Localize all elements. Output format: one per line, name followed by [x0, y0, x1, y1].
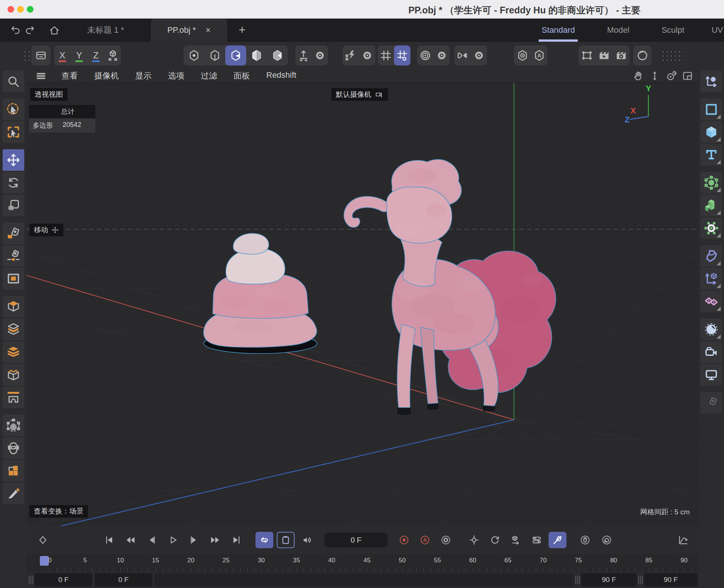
live-selection-button[interactable]	[3, 99, 24, 120]
doc-tab-ppobj[interactable]: PP.obj * ×	[151, 19, 227, 42]
extrude-inner-button[interactable]	[3, 319, 24, 340]
make-editable-button[interactable]	[31, 45, 51, 65]
goto-prev-frame-button[interactable]	[143, 532, 161, 548]
falloff-button[interactable]	[417, 45, 434, 65]
scale-tool-button[interactable]	[3, 195, 24, 216]
knife-tool-button[interactable]	[3, 483, 24, 504]
symmetry-settings-button[interactable]	[471, 45, 487, 65]
deformer-button[interactable]	[701, 217, 722, 239]
edges-mode-button[interactable]	[204, 45, 225, 65]
polygons-mode-button[interactable]	[225, 45, 246, 65]
move-tool-button[interactable]	[3, 149, 24, 171]
perspective-viewport[interactable]: 透视视图 默认摄像机 总计 多边形 20542 移动 查看变换：场景 网格间距 …	[26, 83, 699, 526]
preview-start-field[interactable]: 0 F	[95, 573, 152, 587]
generator-button[interactable]	[701, 172, 722, 194]
search-tool-button[interactable]	[3, 71, 24, 92]
sound-button[interactable]	[298, 532, 316, 548]
goto-prev-key-button[interactable]	[121, 532, 139, 548]
keying-settings-button[interactable]	[437, 532, 455, 548]
viewport-menu-item[interactable]: 过滤	[201, 70, 217, 82]
axis-x-lock-button[interactable]: X	[54, 45, 71, 65]
undo-button[interactable]	[10, 25, 22, 36]
voxel-cubes-button[interactable]	[3, 460, 24, 482]
camera-button[interactable]	[701, 341, 722, 363]
render-view-button[interactable]	[596, 45, 613, 65]
minimize-window-button[interactable]	[17, 6, 24, 13]
bend-deformer-button[interactable]	[701, 245, 722, 267]
viewport-menu-item[interactable]: Redshift	[266, 70, 296, 82]
symmetry-button[interactable]	[454, 45, 471, 65]
range-end-field[interactable]: 90 F	[644, 573, 698, 587]
home-button[interactable]	[48, 25, 60, 36]
range-grip[interactable]	[29, 576, 33, 584]
volume-cubes-button[interactable]	[701, 195, 722, 216]
edit-pen-button[interactable]	[701, 392, 722, 413]
range-start-field[interactable]: 0 F	[35, 573, 92, 587]
cluster-weight-button[interactable]	[3, 415, 24, 436]
rectangle-selection-button[interactable]	[3, 121, 24, 143]
rotate-tool-button[interactable]	[3, 172, 24, 194]
axis-modify-button[interactable]	[295, 45, 312, 65]
timeline-ruler[interactable]: 051015202530354045505560657075808590	[26, 554, 699, 572]
goto-next-key-button[interactable]	[206, 532, 224, 548]
sky-button[interactable]	[701, 319, 722, 340]
viewport-menu-item[interactable]: 查看	[61, 70, 78, 82]
layout-tab-uv[interactable]: UV	[712, 19, 723, 42]
exchange-button[interactable]	[701, 291, 722, 312]
mouse-record-button[interactable]	[576, 532, 594, 548]
snap-settings-button[interactable]	[359, 45, 375, 65]
goto-next-frame-button[interactable]	[185, 532, 203, 548]
model-mode-button[interactable]	[246, 45, 267, 65]
instance-axis-button[interactable]	[701, 268, 722, 290]
extrude-button[interactable]	[3, 296, 24, 317]
axis-z-lock-button[interactable]: Z	[88, 45, 104, 65]
doc-tab-untitled[interactable]: 未标题 1 *	[74, 19, 137, 42]
spline-rectangle-button[interactable]	[701, 99, 722, 120]
track-toggles-button[interactable]	[528, 532, 546, 548]
normals-display-button[interactable]	[514, 45, 531, 65]
split-box-button[interactable]	[3, 364, 24, 386]
weld-button[interactable]	[3, 437, 24, 459]
keyframe-selection-button[interactable]	[465, 532, 483, 548]
points-mode-button[interactable]	[184, 45, 204, 65]
range-scroll-track[interactable]	[155, 573, 574, 587]
close-tab-icon[interactable]: ×	[206, 25, 211, 35]
play-button[interactable]	[164, 532, 182, 548]
new-tab-button[interactable]: +	[235, 23, 249, 36]
render-settings-button[interactable]	[613, 45, 630, 65]
object-axis-mode-button[interactable]	[267, 45, 288, 65]
workplane-button[interactable]	[378, 45, 394, 65]
autokey-record-button[interactable]: A	[416, 532, 434, 548]
autokey-disabled-button[interactable]	[549, 532, 566, 548]
axis-modify-settings-button[interactable]	[312, 45, 328, 65]
rotation-record-button[interactable]	[598, 532, 616, 548]
goto-end-button[interactable]	[228, 532, 245, 548]
loop-playback-button[interactable]	[255, 532, 273, 548]
keyframe-clipboard-button[interactable]	[277, 532, 295, 548]
spline-pen-button[interactable]	[3, 245, 24, 267]
text-primitive-button[interactable]	[701, 144, 722, 166]
coordinate-system-button[interactable]	[104, 45, 121, 65]
camera-swap-icon[interactable]	[375, 90, 384, 99]
close-window-button[interactable]	[7, 6, 14, 13]
render-region-button[interactable]	[578, 45, 596, 65]
annotate-button[interactable]: A	[531, 45, 547, 65]
zoom-view-icon[interactable]	[649, 70, 661, 82]
camera-label-chip[interactable]: 默认摄像机	[331, 88, 388, 101]
record-keyframe-button[interactable]	[34, 532, 52, 548]
redo-button[interactable]	[24, 25, 36, 36]
hamburger-menu-icon[interactable]	[35, 70, 47, 82]
current-frame-field[interactable]: 0 F	[324, 533, 388, 547]
zoom-window-button[interactable]	[27, 6, 34, 13]
stage-button[interactable]	[701, 364, 722, 386]
record-position-button[interactable]	[395, 532, 413, 548]
viewport-menu-item[interactable]: 选项	[168, 70, 184, 82]
workplane-lock-button[interactable]	[394, 45, 410, 65]
cycle-keys-button[interactable]	[486, 532, 504, 548]
viewport-menu-item[interactable]: 摄像机	[94, 70, 119, 82]
falloff-settings-button[interactable]	[434, 45, 450, 65]
toolbar-grip-right[interactable]	[661, 50, 683, 61]
axis-y-lock-button[interactable]: Y	[71, 45, 88, 65]
layout-tab-standard[interactable]: Standard	[542, 19, 575, 42]
frame-region-button[interactable]	[3, 268, 24, 290]
